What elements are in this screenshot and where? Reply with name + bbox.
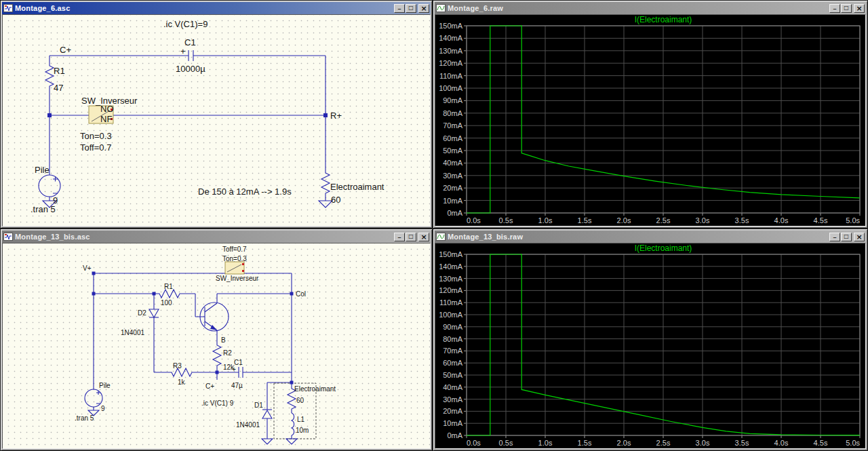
trace-label[interactable]: I(Electroaimant) [635, 15, 692, 24]
battery-pile[interactable] [85, 389, 102, 407]
d1-value[interactable]: 1N4001 [236, 421, 260, 429]
battery-label[interactable]: Pile [99, 382, 111, 389]
switch-pin [242, 270, 244, 272]
annotation-note[interactable]: De 150 à 12mA --> 1.9s [198, 187, 292, 197]
battery-label[interactable]: Pile [35, 165, 50, 175]
minimize-button[interactable]: _ [394, 4, 405, 13]
d2-value[interactable]: 1N4001 [121, 329, 144, 336]
minimize-button[interactable]: _ [394, 233, 405, 241]
close-button[interactable]: × [854, 233, 865, 241]
capacitor-C1[interactable] [239, 367, 243, 378]
close-button[interactable]: × [418, 4, 429, 13]
diode-D1[interactable] [262, 410, 272, 418]
net-label-cplus[interactable]: C+ [205, 383, 214, 390]
ground-icon[interactable] [43, 201, 332, 208]
d1-label[interactable]: D1 [254, 401, 263, 409]
waveform-window-icon[interactable] [436, 232, 446, 241]
tran-directive[interactable]: .tran 5 [31, 204, 56, 214]
ic-directive[interactable]: .ic V(C1) 9 [201, 399, 234, 407]
y-tick-label: 140mA [439, 262, 463, 271]
net-label-rplus[interactable]: R+ [330, 111, 342, 121]
net-label-col[interactable]: Col [296, 290, 306, 298]
c1-value[interactable]: 47µ [231, 382, 243, 389]
y-tick-label: 120mA [439, 59, 463, 67]
switch-ton[interactable]: Ton=0.3 [222, 255, 247, 262]
schematic-window-icon[interactable] [3, 232, 13, 241]
wire[interactable] [94, 273, 292, 439]
resistor-electroaimant[interactable] [321, 172, 330, 196]
r2-label[interactable]: R2 [223, 349, 232, 357]
waveform-window-icon[interactable] [436, 3, 446, 13]
titlebar[interactable]: Montage_6.asc _ □ × [2, 2, 431, 14]
minimize-button[interactable]: _ [829, 4, 840, 13]
net-label-vplus[interactable]: V+ [83, 264, 92, 272]
maximize-button[interactable]: □ [406, 233, 416, 241]
switch-ton[interactable]: Ton=0.3 [80, 131, 112, 141]
c1-label[interactable]: C1 [184, 37, 196, 47]
titlebar[interactable]: Montage_6.raw _ □ × [435, 2, 866, 14]
maximize-button[interactable]: □ [841, 4, 852, 13]
window-montage-6-asc: Montage_6.asc _ □ × NO NF [0, 0, 433, 229]
r1-value[interactable]: 47 [54, 83, 63, 93]
schematic-window-icon[interactable] [3, 3, 13, 13]
r3-label[interactable]: R3 [173, 362, 182, 370]
inductor-L1[interactable] [292, 413, 294, 435]
minimize-icon: _ [398, 232, 401, 238]
schematic-canvas[interactable]: NO NF .ic V(C1)=9 C+ C1 + 10000µ R1 47 S… [2, 14, 431, 227]
capacitor-C1[interactable] [189, 50, 193, 61]
r1-value[interactable]: 100 [161, 299, 172, 307]
window-montage-6-raw: Montage_6.raw _ □ × 150mA140mA130mA120mA… [433, 0, 868, 229]
switch-label[interactable]: SW_Inverseur [81, 96, 138, 106]
minimize-button[interactable]: _ [829, 233, 840, 241]
maximize-button[interactable]: □ [406, 4, 416, 13]
switch-toff[interactable]: Toff=0.7 [80, 142, 111, 153]
x-tick-label: 4.0s [774, 216, 789, 224]
minimize-icon: _ [833, 232, 837, 238]
r1-label[interactable]: R1 [54, 66, 65, 76]
resistor-R1[interactable] [45, 64, 54, 89]
tran-directive[interactable]: .tran 5 [75, 414, 94, 422]
close-icon: × [856, 5, 862, 12]
maximize-button[interactable]: □ [841, 233, 852, 241]
battery-pile[interactable] [39, 175, 60, 197]
maximize-icon: □ [408, 234, 414, 239]
titlebar[interactable]: Montage_13_bis.raw _ □ × [435, 231, 866, 243]
wire[interactable] [50, 56, 326, 201]
net-label-cplus[interactable]: C+ [60, 45, 71, 55]
switch-sw-inverseur[interactable] [225, 262, 244, 274]
load-label[interactable]: Electroaimant [294, 385, 336, 393]
d2-label[interactable]: D2 [138, 309, 146, 317]
titlebar[interactable]: Montage_13_bis.asc _ □ × [2, 231, 431, 243]
diode-D2[interactable] [149, 309, 159, 317]
r3-value[interactable]: 1k [178, 378, 186, 386]
switch-label[interactable]: SW_Inverseur [216, 275, 259, 282]
load-label[interactable]: Electroaimant [330, 182, 384, 192]
load-value[interactable]: 60 [331, 195, 340, 205]
load-value[interactable]: 60 [296, 397, 304, 404]
l1-value[interactable]: 10m [296, 427, 309, 434]
schematic-drawing: NO NF .ic V(C1)=9 C+ C1 + 10000µ R1 47 S… [3, 15, 430, 226]
r1-label[interactable]: R1 [164, 283, 173, 290]
resistor-R1[interactable] [158, 290, 182, 298]
c1-value[interactable]: 10000µ [176, 64, 205, 74]
trace-label[interactable]: I(Electroaimant) [635, 243, 692, 253]
switch-toff[interactable]: Toff=0.7 [222, 246, 247, 253]
ground-icon[interactable] [88, 410, 297, 444]
resistor-R2[interactable] [213, 344, 221, 367]
waveform-canvas[interactable]: 150mA140mA130mA120mA110mA100mA90mA80mA70… [435, 243, 866, 449]
c1-polarity: + [232, 366, 236, 373]
y-tick-label: 90mA [443, 323, 462, 331]
close-button[interactable]: × [418, 233, 429, 241]
switch-sw-inverseur[interactable]: NO NF [89, 104, 114, 124]
ic-directive[interactable]: .ic V(C1)=9 [163, 19, 208, 29]
schematic-canvas[interactable]: Toff=0.7 Ton=0.3 SW_Inverseur V+ R1 100 … [2, 243, 431, 449]
y-tick-label: 20mA [443, 407, 462, 415]
net-label-b[interactable]: B [221, 336, 226, 344]
waveform-canvas[interactable]: 150mA140mA130mA120mA110mA100mA90mA80mA70… [435, 14, 866, 227]
waveform-svg: 150mA140mA130mA120mA110mA100mA90mA80mA70… [435, 243, 865, 448]
battery-value[interactable]: 9 [101, 405, 105, 412]
c1-polarity: + [180, 46, 186, 56]
close-button[interactable]: × [854, 4, 865, 13]
switch-pin [242, 263, 244, 265]
l1-label[interactable]: L1 [297, 416, 305, 423]
